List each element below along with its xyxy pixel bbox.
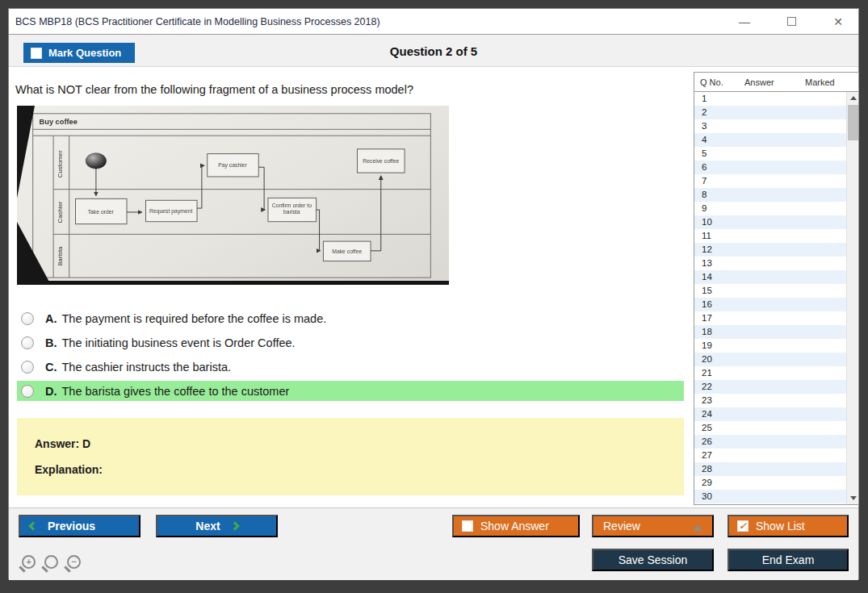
question-list-row[interactable]: 2 xyxy=(694,106,846,119)
option-letter: A. xyxy=(45,312,57,325)
question-list-row[interactable]: 24 xyxy=(694,407,846,421)
flow-confirm-order-to-make-coffee xyxy=(317,210,321,251)
question-number: 19 xyxy=(702,340,712,350)
zoom-out-icon[interactable]: − xyxy=(67,555,81,569)
option-letter: B. xyxy=(45,336,57,349)
question-list-row[interactable]: 4 xyxy=(694,133,846,147)
scroll-down-icon[interactable] xyxy=(847,492,859,504)
show-list-button[interactable]: ✓ Show List xyxy=(728,515,849,537)
option-row-B[interactable]: B.The initiating business event is Order… xyxy=(17,332,296,353)
question-number: 16 xyxy=(702,299,712,309)
question-list-row[interactable]: 21 xyxy=(694,366,846,380)
explanation-label: Explanation: xyxy=(35,463,103,476)
option-row-A[interactable]: A.The payment is required before the cof… xyxy=(17,308,326,328)
title-bar: BCS MBP18 (BCS Practitioner Certificate … xyxy=(9,9,858,35)
show-answer-label: Show Answer xyxy=(480,520,549,532)
question-number: 6 xyxy=(702,162,707,172)
question-list-row[interactable]: 27 xyxy=(694,449,846,462)
review-dropdown[interactable]: Review xyxy=(592,515,714,537)
question-list-row[interactable]: 5 xyxy=(694,147,846,161)
question-list-row[interactable]: 13 xyxy=(694,257,846,270)
question-list-row[interactable]: 15 xyxy=(694,284,846,298)
question-number: 12 xyxy=(702,244,712,254)
zoom-controls: + − xyxy=(22,555,81,569)
question-list-row[interactable]: 19 xyxy=(694,339,846,353)
question-list-row[interactable]: 23 xyxy=(694,394,846,407)
option-radio[interactable] xyxy=(21,336,34,349)
chevron-right-icon xyxy=(230,521,239,530)
question-counter: Question 2 of 5 xyxy=(9,35,858,67)
previous-button[interactable]: Previous xyxy=(19,515,140,537)
answer-value: Answer: D xyxy=(35,437,90,450)
flow-pay-cashier-to-confirm-order xyxy=(258,167,265,210)
column-header-marked: Marked xyxy=(805,77,858,87)
question-list-row[interactable]: 18 xyxy=(694,325,846,339)
question-list-body: 1234567891011121314151617181920212223242… xyxy=(694,92,846,504)
task-label: Make coffee xyxy=(332,248,362,254)
task-label: Pay cashier xyxy=(218,162,247,169)
mark-question-checkbox[interactable] xyxy=(31,48,42,59)
question-list-row[interactable]: 10 xyxy=(694,215,846,229)
question-number: 20 xyxy=(702,354,712,364)
check-icon: ✓ xyxy=(738,521,748,531)
process-model-diagram: Buy coffee Customer Cashier Barista xyxy=(17,106,449,281)
question-number: 26 xyxy=(702,436,712,446)
question-number: 5 xyxy=(702,148,707,158)
zoom-in-icon[interactable]: + xyxy=(22,555,36,569)
option-row-D[interactable]: D.The barista gives the coffee to the cu… xyxy=(17,381,684,401)
question-list-row[interactable]: 17 xyxy=(694,311,846,325)
lane-label-customer: Customer xyxy=(57,150,64,177)
end-exam-button[interactable]: End Exam xyxy=(728,549,849,571)
question-number: 21 xyxy=(702,368,712,378)
question-list-row[interactable]: 7 xyxy=(694,174,846,188)
close-icon[interactable]: ✕ xyxy=(829,15,847,28)
option-row-C[interactable]: C.The cashier instructs the barista. xyxy=(17,357,231,377)
start-event xyxy=(86,153,106,169)
question-list-row[interactable]: 28 xyxy=(694,462,846,476)
question-list-row[interactable]: 29 xyxy=(694,476,846,490)
maximize-icon[interactable] xyxy=(782,15,800,28)
question-list-row[interactable]: 20 xyxy=(694,353,846,366)
question-list-row[interactable]: 3 xyxy=(694,119,846,133)
next-button[interactable]: Next xyxy=(156,515,278,537)
scroll-up-icon[interactable] xyxy=(847,92,859,104)
question-list-row[interactable]: 16 xyxy=(694,298,846,311)
mark-question-button[interactable]: Mark Question xyxy=(23,43,135,63)
task-label: Receive coffee xyxy=(363,158,399,164)
show-answer-button[interactable]: Show Answer xyxy=(452,515,580,537)
question-list-row[interactable]: 11 xyxy=(694,229,846,243)
minimize-icon[interactable]: — xyxy=(736,15,753,28)
question-list-row[interactable]: 26 xyxy=(694,435,846,449)
window-controls: — ✕ xyxy=(736,9,847,35)
desktop-background: BCS MBP18 (BCS Practitioner Certificate … xyxy=(0,0,868,593)
question-list-row[interactable]: 12 xyxy=(694,243,846,257)
option-text: The barista gives the coffee to the cust… xyxy=(62,385,290,398)
option-radio[interactable] xyxy=(21,385,34,398)
option-text: The cashier instructs the barista. xyxy=(62,361,232,374)
option-text: The initiating business event is Order C… xyxy=(62,336,296,349)
question-list-row[interactable]: 1 xyxy=(694,92,846,106)
question-list-row[interactable]: 25 xyxy=(694,421,846,435)
option-radio[interactable] xyxy=(21,361,34,374)
question-list-row[interactable]: 6 xyxy=(694,161,846,174)
show-list-checkbox[interactable]: ✓ xyxy=(737,520,748,532)
task-label: Take order xyxy=(88,209,115,215)
column-header-answer: Answer xyxy=(744,77,805,87)
scrollbar-thumb[interactable] xyxy=(848,105,858,140)
question-number: 30 xyxy=(702,491,712,501)
zoom-reset-icon[interactable] xyxy=(44,555,58,569)
question-list-row[interactable]: 30 xyxy=(694,490,846,503)
option-radio[interactable] xyxy=(21,312,34,325)
question-list-row[interactable]: 22 xyxy=(694,380,846,394)
show-answer-checkbox[interactable] xyxy=(462,520,473,532)
question-list-header: Q No. Answer Marked xyxy=(694,73,858,92)
question-list-scrollbar[interactable] xyxy=(846,92,858,504)
lane-label-cashier: Cashier xyxy=(57,201,64,223)
question-number: 2 xyxy=(702,107,707,117)
question-list-row[interactable]: 9 xyxy=(694,202,846,215)
save-session-button[interactable]: Save Session xyxy=(592,549,714,571)
option-letter: D. xyxy=(45,385,57,398)
diagram-title: Buy coffee xyxy=(40,118,78,126)
question-list-row[interactable]: 8 xyxy=(694,188,846,202)
question-list-row[interactable]: 14 xyxy=(694,270,846,284)
